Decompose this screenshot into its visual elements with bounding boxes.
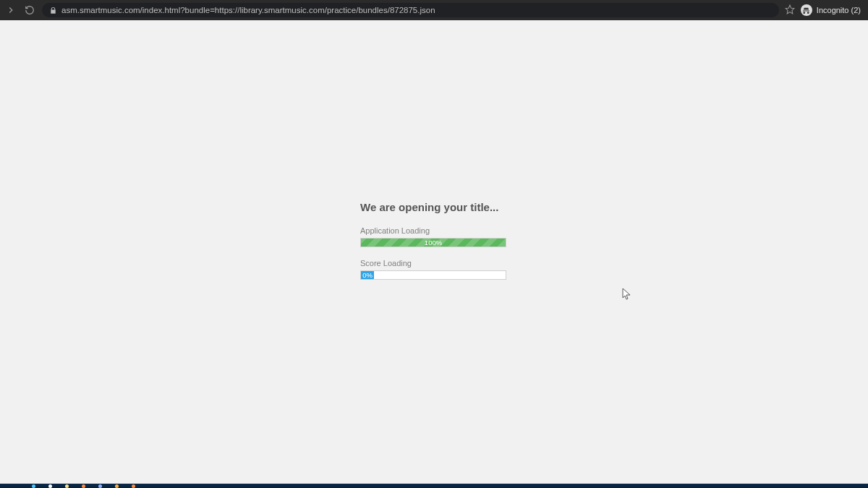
app-loading-percent: 100%	[425, 239, 442, 247]
profile-chip[interactable]: Incognito (2)	[801, 4, 864, 16]
windows-taskbar[interactable]	[0, 484, 868, 488]
url-text: asm.smartmusic.com/index.html?bundle=htt…	[61, 6, 435, 14]
address-bar[interactable]: asm.smartmusic.com/index.html?bundle=htt…	[42, 3, 779, 17]
score-loading-label: Score Loading	[360, 259, 512, 267]
score-loading-percent: 0%	[362, 272, 373, 279]
svg-marker-0	[786, 5, 794, 14]
score-loading-fill: 0%	[361, 271, 374, 279]
lock-icon	[49, 7, 57, 14]
loading-panel: We are opening your title... Application…	[360, 201, 512, 280]
bookmark-star-icon[interactable]	[785, 4, 795, 17]
mouse-cursor-icon	[622, 288, 631, 301]
forward-button[interactable]	[4, 4, 17, 17]
app-loading-label: Application Loading	[360, 226, 512, 235]
score-loading-progress: 0%	[360, 270, 506, 280]
app-loading-progress: 100%	[360, 238, 506, 247]
browser-toolbar: asm.smartmusic.com/index.html?bundle=htt…	[0, 0, 868, 20]
app-loading-fill: 100%	[361, 239, 506, 247]
reload-button[interactable]	[23, 4, 36, 17]
incognito-icon	[801, 4, 812, 16]
profile-label: Incognito (2)	[817, 6, 861, 14]
page-title: We are opening your title...	[360, 201, 512, 213]
page-viewport: We are opening your title... Application…	[0, 20, 868, 484]
